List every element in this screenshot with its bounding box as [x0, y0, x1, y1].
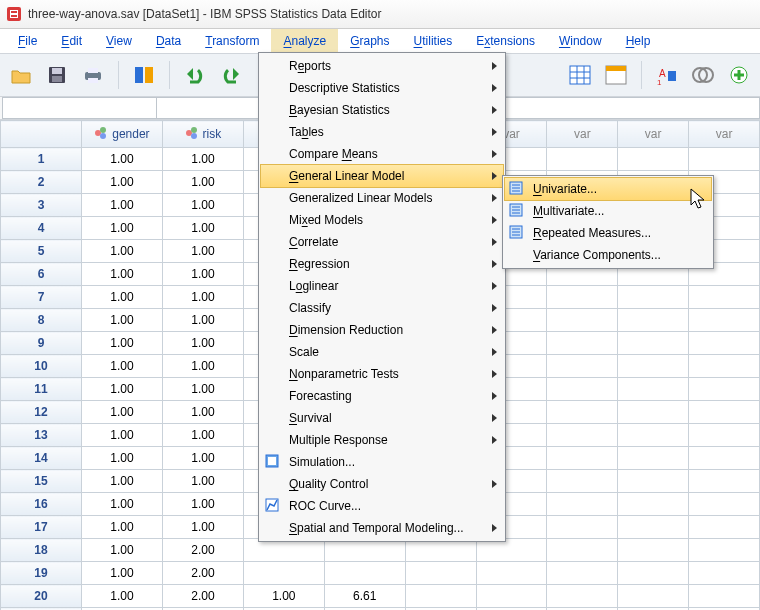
cell-empty[interactable]: [689, 378, 760, 401]
cell-empty[interactable]: [547, 470, 618, 493]
menu-extensions[interactable]: Extensions: [464, 29, 547, 53]
row-header[interactable]: 18: [1, 539, 82, 562]
row-header[interactable]: 1: [1, 148, 82, 171]
cell-risk[interactable]: 1.00: [162, 171, 243, 194]
row-header[interactable]: 14: [1, 447, 82, 470]
cell-gender[interactable]: 1.00: [81, 585, 162, 608]
cell-risk[interactable]: 1.00: [162, 470, 243, 493]
menu-window[interactable]: Window: [547, 29, 614, 53]
sets-icon[interactable]: [690, 62, 716, 88]
cell-gender[interactable]: 1.00: [81, 217, 162, 240]
cell-gender[interactable]: 1.00: [81, 516, 162, 539]
submenu-item-univariate[interactable]: Univariate...: [504, 177, 712, 201]
cell-empty[interactable]: [547, 539, 618, 562]
row-header[interactable]: 5: [1, 240, 82, 263]
cell-empty[interactable]: [689, 493, 760, 516]
menu-item-dimension-reduction[interactable]: Dimension Reduction: [261, 319, 503, 341]
cell-empty[interactable]: [618, 424, 689, 447]
row-header[interactable]: 9: [1, 332, 82, 355]
cell-empty[interactable]: [689, 148, 760, 171]
cell-risk[interactable]: 2.00: [162, 585, 243, 608]
menu-item-simulation[interactable]: Simulation...: [261, 451, 503, 473]
menu-item-multiple-response[interactable]: Multiple Response: [261, 429, 503, 451]
cell-empty[interactable]: [618, 562, 689, 585]
cell-empty[interactable]: [476, 585, 547, 608]
cell-empty[interactable]: [547, 378, 618, 401]
menu-item-survival[interactable]: Survival: [261, 407, 503, 429]
cell-empty[interactable]: [618, 148, 689, 171]
cell-risk[interactable]: 1.00: [162, 401, 243, 424]
col-header-empty[interactable]: var: [547, 121, 618, 148]
menu-file[interactable]: File: [6, 29, 49, 53]
row-header[interactable]: 3: [1, 194, 82, 217]
col-header-risk[interactable]: risk: [162, 121, 243, 148]
cell-empty[interactable]: [476, 562, 547, 585]
submenu-item-variance-components[interactable]: Variance Components...: [505, 244, 711, 266]
cell-risk[interactable]: 1.00: [162, 378, 243, 401]
cell-empty[interactable]: [689, 585, 760, 608]
cell-empty[interactable]: [618, 309, 689, 332]
cell-empty[interactable]: [547, 447, 618, 470]
cell-empty[interactable]: [689, 447, 760, 470]
undo-icon[interactable]: [182, 62, 208, 88]
cell-empty[interactable]: [405, 562, 476, 585]
cell-empty[interactable]: [618, 516, 689, 539]
cell-risk[interactable]: 1.00: [162, 355, 243, 378]
cell-risk[interactable]: 2.00: [162, 562, 243, 585]
cell-gender[interactable]: 1.00: [81, 378, 162, 401]
data-grid-icon[interactable]: [567, 62, 593, 88]
submenu-item-multivariate[interactable]: Multivariate...: [505, 200, 711, 222]
cell-gender[interactable]: 1.00: [81, 148, 162, 171]
row-header[interactable]: 10: [1, 355, 82, 378]
menu-transform[interactable]: Transform: [193, 29, 271, 53]
cell-name-box[interactable]: [2, 97, 157, 119]
row-header[interactable]: 19: [1, 562, 82, 585]
cell-empty[interactable]: [618, 286, 689, 309]
cell-gender[interactable]: 1.00: [81, 401, 162, 424]
recall-dialog-icon[interactable]: [131, 62, 157, 88]
cell-gender[interactable]: 1.00: [81, 355, 162, 378]
menu-utilities[interactable]: Utilities: [402, 29, 465, 53]
cell-empty[interactable]: [689, 286, 760, 309]
cell-risk[interactable]: 1.00: [162, 148, 243, 171]
menu-data[interactable]: Data: [144, 29, 193, 53]
menu-item-nonparametric-tests[interactable]: Nonparametric Tests: [261, 363, 503, 385]
cell-gender[interactable]: 1.00: [81, 470, 162, 493]
row-header[interactable]: 4: [1, 217, 82, 240]
cell-empty[interactable]: [689, 332, 760, 355]
row-header[interactable]: 8: [1, 309, 82, 332]
menu-item-loglinear[interactable]: Loglinear: [261, 275, 503, 297]
menu-edit[interactable]: Edit: [49, 29, 94, 53]
menu-help[interactable]: Help: [614, 29, 663, 53]
cell-c4[interactable]: 6.61: [324, 585, 405, 608]
row-header[interactable]: 15: [1, 470, 82, 493]
cell-risk[interactable]: 1.00: [162, 240, 243, 263]
cell-empty[interactable]: [547, 516, 618, 539]
cell-gender[interactable]: 1.00: [81, 263, 162, 286]
table-row[interactable]: 201.002.001.006.61: [1, 585, 760, 608]
cell-empty[interactable]: [618, 355, 689, 378]
cell-c4[interactable]: [324, 562, 405, 585]
cell-empty[interactable]: [547, 332, 618, 355]
col-header-empty[interactable]: var: [689, 121, 760, 148]
menu-item-generalized-linear-models[interactable]: Generalized Linear Models: [261, 187, 503, 209]
row-header[interactable]: 16: [1, 493, 82, 516]
table-row[interactable]: 191.002.00: [1, 562, 760, 585]
cell-risk[interactable]: 1.00: [162, 217, 243, 240]
submenu-item-repeated-measures[interactable]: Repeated Measures...: [505, 222, 711, 244]
cell-empty[interactable]: [547, 562, 618, 585]
value-labels-icon[interactable]: [603, 62, 629, 88]
row-header[interactable]: 7: [1, 286, 82, 309]
cell-empty[interactable]: [547, 286, 618, 309]
cell-gender[interactable]: 1.00: [81, 332, 162, 355]
cell-empty[interactable]: [618, 539, 689, 562]
cell-empty[interactable]: [547, 493, 618, 516]
menu-item-tables[interactable]: Tables: [261, 121, 503, 143]
menu-item-compare-means[interactable]: Compare Means: [261, 143, 503, 165]
cell-risk[interactable]: 1.00: [162, 424, 243, 447]
cell-risk[interactable]: 1.00: [162, 263, 243, 286]
menu-item-correlate[interactable]: Correlate: [261, 231, 503, 253]
cell-empty[interactable]: [618, 401, 689, 424]
col-header-empty[interactable]: var: [618, 121, 689, 148]
menu-item-general-linear-model[interactable]: General Linear Model: [260, 164, 504, 188]
